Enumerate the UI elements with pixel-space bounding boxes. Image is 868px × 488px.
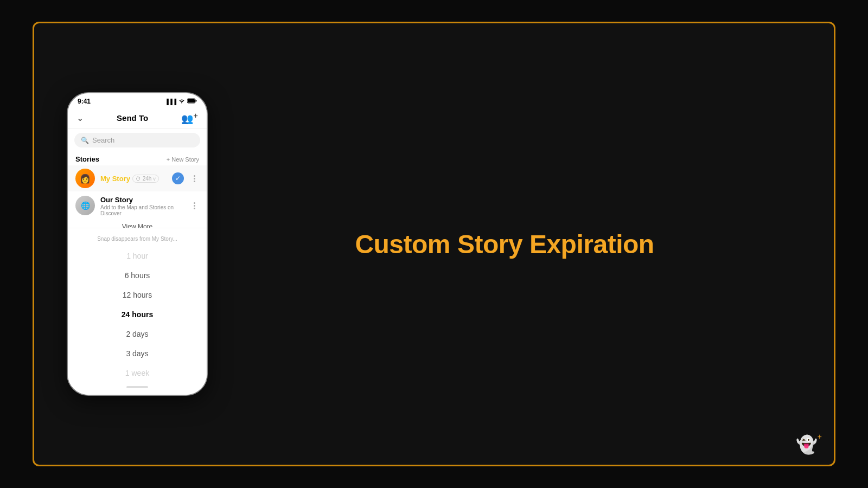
our-story-item[interactable]: 🌐 Our Story Add to the Map and Stories o… [68,191,207,220]
my-story-info: My Story ⏱ 24h ∨ [100,175,167,183]
snapchat-logo-container: 👻 + [796,434,822,455]
battery-icon [187,98,197,105]
svg-rect-1 [188,99,195,102]
add-friends-icon[interactable]: 👥+ [181,111,198,125]
picker-option-1week[interactable]: 1 week [68,363,207,383]
picker-option-6hours[interactable]: 6 hours [68,266,207,285]
snapchat-logo-icon: 👻 [796,434,818,455]
search-bar[interactable]: 🔍 Search [74,133,200,147]
status-icons: ▐▐▐ [165,98,197,105]
back-chevron-icon[interactable]: ⌄ [76,113,84,123]
search-icon: 🔍 [81,137,89,144]
app-content: Stories + New Story 👩 My Story ⏱ 24h ∨ ✓ [68,152,207,395]
dot1 [194,175,195,177]
my-story-timer: ⏱ 24h ∨ [132,175,159,183]
stories-section-header: Stories + New Story [68,152,207,165]
our-story-name: Our Story [100,196,133,204]
main-heading: Custom Story Expiration [355,229,654,259]
phone-mockup: 9:41 ▐▐▐ ⌄ Send To 👥+ 🔍 Search [67,92,208,396]
picker-option-2days[interactable]: 2 days [68,324,207,344]
my-story-badge-row: My Story ⏱ 24h ∨ [100,175,167,183]
dot4 [194,202,195,204]
our-story-options-button[interactable] [189,201,199,210]
picker-option-3days[interactable]: 3 days [68,344,207,363]
picker-option-24hours[interactable]: 24 hours [68,305,207,324]
picker-overlay: Snap disappears from My Story... 1 hour … [68,228,207,395]
app-header: ⌄ Send To 👥+ [68,107,207,129]
search-placeholder: Search [92,136,114,144]
my-story-avatar: 👩 [75,169,95,188]
my-story-item[interactable]: 👩 My Story ⏱ 24h ∨ ✓ [68,165,207,191]
our-story-info: Our Story Add to the Map and Stories on … [100,195,184,216]
right-panel: Custom Story Expiration [208,229,801,259]
new-story-button[interactable]: + New Story [167,156,199,163]
picker-option-1hour[interactable]: 1 hour [68,246,207,266]
dot3 [194,181,195,182]
dot5 [194,205,195,207]
my-story-checkmark[interactable]: ✓ [172,172,184,184]
our-story-avatar: 🌐 [75,196,95,215]
dot6 [194,208,195,209]
wifi-icon [178,98,185,105]
status-bar: 9:41 ▐▐▐ [68,93,207,107]
dot2 [194,178,195,179]
status-time: 9:41 [78,98,91,105]
svg-rect-2 [196,100,197,102]
picker-hint: Snap disappears from My Story... [68,234,207,246]
stories-label: Stories [75,155,99,163]
snapchat-plus-icon: + [818,432,822,441]
our-story-subtitle: Add to the Map and Stories on Discover [100,204,184,216]
presentation-frame: 9:41 ▐▐▐ ⌄ Send To 👥+ 🔍 Search [33,22,835,466]
picker-option-12hours[interactable]: 12 hours [68,285,207,305]
header-title: Send To [117,113,148,123]
my-story-name: My Story [100,175,130,183]
my-story-options-button[interactable] [189,174,199,183]
signal-icon: ▐▐▐ [165,99,176,105]
picker-bottom-bar [126,386,148,388]
